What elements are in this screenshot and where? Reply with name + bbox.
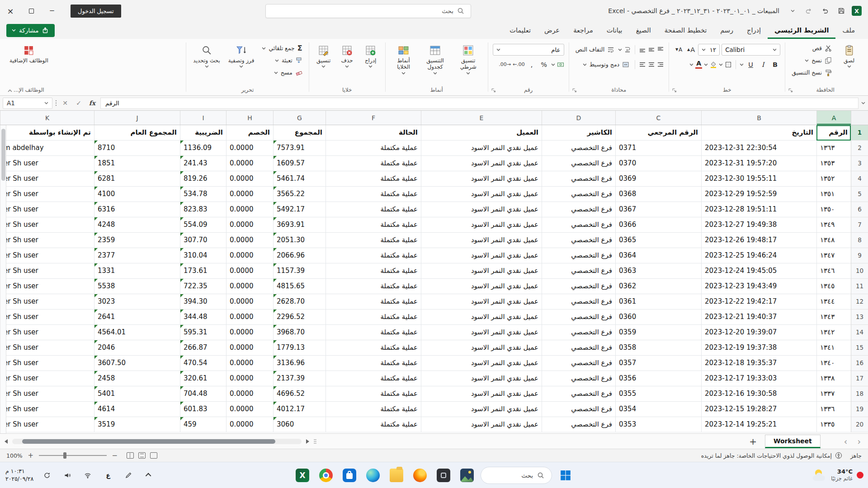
row-header-16[interactable]: 16 — [851, 356, 868, 371]
enter-entry-icon[interactable]: ✓ — [73, 98, 84, 109]
cell-B9[interactable]: 2023-12-25 19:46:24 — [701, 248, 816, 263]
cell-H4[interactable]: 0.0000 — [226, 171, 273, 187]
cell-G10[interactable]: 1157.39 — [273, 263, 326, 279]
start-button[interactable] — [556, 465, 576, 485]
column-header-B[interactable]: B — [701, 111, 816, 125]
page-break-view-icon[interactable] — [127, 452, 134, 459]
clipboard-dialog-launcher-icon[interactable] — [788, 88, 793, 93]
cell-J1[interactable]: المجموع العام — [94, 125, 180, 141]
row-header-15[interactable]: 15 — [851, 340, 868, 356]
notification-badge[interactable] — [857, 472, 863, 479]
cell-A13[interactable]: ١٣٤٣ — [816, 310, 851, 325]
column-header-C[interactable]: C — [615, 111, 701, 125]
cell-G2[interactable]: 7573.91 — [273, 141, 326, 156]
cell-E15[interactable]: عميل نقدي النمر الاسود — [421, 340, 542, 356]
font-name-select[interactable]: Calibri — [722, 44, 780, 56]
cell-B7[interactable]: 2023-12-27 19:49:38 — [701, 217, 816, 233]
cell-C10[interactable]: 0363 — [615, 263, 701, 279]
cell-G12[interactable]: 2628.70 — [273, 294, 326, 310]
cell-C19[interactable]: 0354 — [615, 402, 701, 417]
cell-H16[interactable]: 0.0000 — [226, 356, 273, 371]
cell-E20[interactable]: عميل نقدي النمر الاسود — [421, 417, 542, 432]
cell-I3[interactable]: 241.43 — [180, 156, 226, 171]
cell-E2[interactable]: عميل نقدي النمر الاسود — [421, 141, 542, 156]
cell-C17[interactable]: 0356 — [615, 371, 701, 386]
cell-E3[interactable]: عميل نقدي النمر الاسود — [421, 156, 542, 171]
increase-font-size-icon[interactable]: A▲ — [686, 44, 696, 55]
update-icon[interactable] — [40, 469, 54, 482]
horizontal-scrollbar[interactable] — [12, 439, 302, 444]
cell-B13[interactable]: 2023-12-21 19:40:37 — [701, 310, 816, 325]
cell-B18[interactable]: 2023-12-16 19:30:58 — [701, 386, 816, 402]
percent-style-icon[interactable]: % — [539, 59, 549, 70]
insert-cells-button[interactable]: إدراج — [361, 42, 381, 69]
cell-C3[interactable]: 0370 — [615, 156, 701, 171]
cell-A9[interactable]: ١٣٤٧ — [816, 248, 851, 263]
cell-K16[interactable]: er Sh user — [0, 356, 94, 371]
cell-D10[interactable]: فرع التخصصي — [542, 263, 615, 279]
cell-K11[interactable]: er Sh user — [0, 279, 94, 294]
column-header-G[interactable]: G — [273, 111, 326, 125]
cell-D20[interactable]: فرع التخصصي — [542, 417, 615, 432]
cell-G9[interactable]: 2066.96 — [273, 248, 326, 263]
zoom-slider[interactable] — [39, 455, 107, 456]
cell-B17[interactable]: 2023-12-17 19:33:03 — [701, 371, 816, 386]
cell-E12[interactable]: عميل نقدي النمر الاسود — [421, 294, 542, 310]
page-layout-view-icon[interactable] — [138, 452, 146, 459]
cell-A2[interactable]: ١٣٦٣ — [816, 141, 851, 156]
italic-button[interactable]: I — [758, 59, 768, 70]
cell-G6[interactable]: 5492.17 — [273, 202, 326, 217]
cell-H6[interactable]: 0.0000 — [226, 202, 273, 217]
align-right-icon[interactable] — [657, 61, 664, 68]
row-header-11[interactable]: 11 — [851, 279, 868, 294]
cell-B16[interactable]: 2023-12-18 19:35:37 — [701, 356, 816, 371]
row-header-1[interactable]: 1 — [851, 125, 868, 141]
cell-B1[interactable]: التاريخ — [701, 125, 816, 141]
wifi-icon[interactable] — [81, 469, 94, 482]
restore-button[interactable] — [21, 0, 42, 22]
cell-F20[interactable]: عملية مكتملة — [326, 417, 421, 432]
conditional-formatting-button[interactable]: تنسيق شرطي — [453, 42, 483, 76]
align-top-icon[interactable] — [657, 46, 664, 53]
align-left-icon[interactable] — [639, 61, 646, 68]
cell-B12[interactable]: 2023-12-22 19:42:17 — [701, 294, 816, 310]
cell-D7[interactable]: فرع التخصصي — [542, 217, 615, 233]
cell-C12[interactable]: 0361 — [615, 294, 701, 310]
cell-A18[interactable]: ١٣٣٧ — [816, 386, 851, 402]
cell-H12[interactable]: 0.0000 — [226, 294, 273, 310]
cell-F4[interactable]: عملية مكتملة — [326, 171, 421, 187]
cell-J15[interactable]: 2046 — [94, 340, 180, 356]
cell-H2[interactable]: 0.0000 — [226, 141, 273, 156]
ribbon-tab-8[interactable]: عرض — [538, 22, 566, 39]
cell-E9[interactable]: عميل نقدي النمر الاسود — [421, 248, 542, 263]
format-as-table-button[interactable]: التنسيق كجدول — [421, 42, 450, 76]
cell-I13[interactable]: 344.48 — [180, 310, 226, 325]
taskbar-app-chrome[interactable] — [316, 465, 336, 485]
copy-button[interactable]: نسخ — [790, 55, 834, 66]
font-color-icon[interactable]: A — [695, 60, 702, 68]
cell-J18[interactable]: 5401 — [94, 386, 180, 402]
cell-F19[interactable]: عملية مكتملة — [326, 402, 421, 417]
cell-K10[interactable]: er Sh user — [0, 263, 94, 279]
taskbar-app-firefox[interactable] — [410, 465, 430, 485]
row-header-7[interactable]: 7 — [851, 217, 868, 233]
row-header-2[interactable]: 2 — [851, 141, 868, 156]
scroll-left-arrow[interactable] — [5, 439, 8, 444]
title-search-box[interactable]: بحث — [265, 4, 471, 18]
cell-F12[interactable]: عملية مكتملة — [326, 294, 421, 310]
cell-I7[interactable]: 554.09 — [180, 217, 226, 233]
cell-D18[interactable]: فرع التخصصي — [542, 386, 615, 402]
scrollbar-resize-handle[interactable] — [314, 438, 316, 445]
cell-D14[interactable]: فرع التخصصي — [542, 325, 615, 340]
cell-H20[interactable]: 0.0000 — [226, 417, 273, 432]
pen-icon[interactable] — [122, 469, 135, 482]
number-dialog-launcher-icon[interactable] — [491, 88, 496, 93]
cell-H9[interactable]: 0.0000 — [226, 248, 273, 263]
cell-J10[interactable]: 1331 — [94, 263, 180, 279]
cell-C18[interactable]: 0355 — [615, 386, 701, 402]
excel-app-icon[interactable]: X — [852, 6, 862, 16]
weather-widget[interactable]: 34°C غائم جزئيًا — [813, 468, 853, 482]
cell-F16[interactable]: عملية مكتملة — [326, 356, 421, 371]
cell-B2[interactable]: 2023-12-31 22:30:54 — [701, 141, 816, 156]
ribbon-tab-4[interactable]: تخطيط الصفحة — [658, 22, 714, 39]
